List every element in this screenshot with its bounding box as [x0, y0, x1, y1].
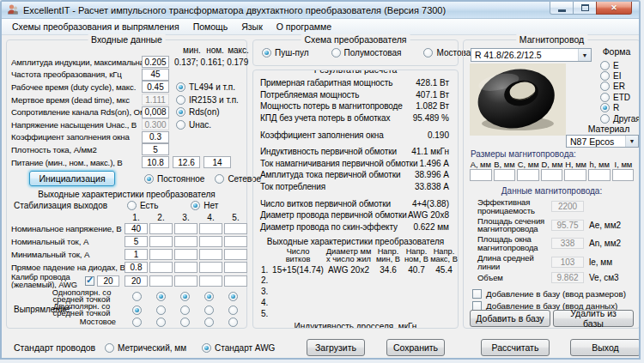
result-value: 407.1 Вт	[416, 90, 449, 100]
size-field[interactable]	[517, 169, 539, 181]
load-button[interactable]: Загрузить	[307, 339, 365, 356]
maximize-button[interactable]	[573, 2, 597, 15]
rectification-radio[interactable]	[228, 306, 238, 315]
rectification-radio[interactable]	[132, 292, 142, 301]
supply-voltage-field[interactable]: 12.6	[173, 156, 200, 168]
output-grid-field[interactable]	[174, 275, 197, 287]
input-field[interactable]: 45	[142, 69, 169, 81]
rectification-radio[interactable]	[156, 306, 166, 315]
output-grid-field[interactable]	[149, 262, 173, 273]
input-field[interactable]: 0.45	[142, 81, 169, 93]
output-grid-field[interactable]	[224, 236, 247, 247]
output-grid-field[interactable]: 1	[125, 249, 148, 260]
calculate-button[interactable]: Рассчитать	[481, 339, 550, 356]
driver-radio[interactable]	[176, 107, 185, 117]
result-value: 38.996 А	[415, 170, 449, 179]
output-grid-field[interactable]	[224, 262, 247, 273]
wire-standard-radio[interactable]	[105, 343, 114, 353]
size-field[interactable]	[612, 169, 635, 181]
desired-gauge-field[interactable]: 20	[97, 275, 119, 287]
rectification-radio[interactable]	[228, 318, 238, 327]
rectification-radio[interactable]	[132, 318, 142, 327]
scheme-radio[interactable]	[331, 48, 341, 57]
driver-radio[interactable]	[176, 95, 185, 105]
output-grid-field[interactable]	[149, 249, 173, 260]
output-grid-field[interactable]	[199, 236, 222, 247]
output-grid-field[interactable]: 5	[125, 236, 148, 247]
rectification-radio[interactable]	[156, 318, 166, 327]
output-grid-field[interactable]	[149, 275, 173, 287]
output-grid-field[interactable]	[199, 262, 222, 273]
rectification-radio[interactable]	[156, 292, 166, 301]
output-grid-field[interactable]	[199, 249, 222, 260]
add-to-base-checkbox[interactable]	[472, 301, 482, 311]
input-field[interactable]: 0.205	[142, 56, 169, 68]
shape-radio[interactable]	[600, 93, 610, 102]
rectification-radio[interactable]	[180, 318, 190, 327]
shape-radio[interactable]	[600, 71, 610, 81]
scheme-radio[interactable]	[262, 48, 271, 57]
shape-radio[interactable]	[600, 114, 610, 124]
init-button[interactable]: Инициализация	[29, 171, 115, 186]
output-grid-field[interactable]	[149, 223, 173, 234]
save-button[interactable]: Сохранить	[386, 339, 445, 356]
output-grid-field[interactable]: 40	[125, 223, 148, 234]
input-field[interactable]: 0.3	[142, 131, 169, 143]
close-button[interactable]: ✕	[596, 2, 632, 15]
output-grid-field[interactable]	[149, 236, 173, 247]
add-to-base-button[interactable]: Добавить в базу	[470, 310, 550, 327]
input-field[interactable]: 5	[142, 143, 169, 155]
exit-button[interactable]: Выход	[570, 339, 641, 356]
shape-radio[interactable]	[600, 82, 610, 91]
driver-radio[interactable]	[176, 120, 185, 130]
output-grid-field[interactable]	[199, 275, 222, 287]
menu-item-2[interactable]: Помощь	[186, 20, 235, 33]
menu-item-4[interactable]: О программе	[270, 20, 338, 33]
add-to-base-checkbox[interactable]	[472, 289, 482, 299]
output-grid-field[interactable]	[174, 249, 197, 260]
rectification-radio[interactable]	[180, 306, 190, 315]
rectification-radio[interactable]	[228, 292, 238, 301]
output-grid-field[interactable]	[174, 236, 197, 247]
delete-from-base-button[interactable]: Удалить из базы	[553, 310, 634, 327]
shape-radio[interactable]	[600, 61, 610, 70]
supply-type-radio[interactable]	[215, 174, 224, 184]
output-grid-field[interactable]: 20	[125, 275, 148, 287]
rectification-radio[interactable]	[180, 292, 190, 301]
rectification-radio[interactable]	[132, 306, 142, 315]
output-grid-field[interactable]	[224, 275, 247, 287]
supply-voltage-field[interactable]: 10.8	[142, 156, 169, 168]
desired-gauge-checkbox[interactable]	[85, 276, 94, 286]
size-field[interactable]	[588, 169, 611, 181]
size-field[interactable]	[470, 169, 492, 181]
size-field[interactable]	[541, 169, 563, 181]
core-select-combobox[interactable]: R 41.8/26.2/12.5 ▼	[471, 48, 592, 62]
input-field[interactable]: 0,008	[142, 106, 169, 118]
output-grid-field[interactable]	[224, 249, 247, 260]
menu-item-3[interactable]: Язык	[234, 20, 270, 33]
driver-radio[interactable]	[176, 82, 185, 92]
menu-item-1[interactable]: Схемы преобразования и выпрямления	[5, 20, 186, 33]
core-size-fields	[470, 169, 634, 181]
scheme-radio[interactable]	[423, 48, 433, 57]
chevron-down-icon[interactable]: ▼	[625, 136, 638, 147]
output-grid-field[interactable]	[199, 223, 222, 234]
minimize-button[interactable]	[550, 2, 574, 15]
chevron-down-icon[interactable]: ▼	[578, 49, 591, 61]
rectification-radio[interactable]	[204, 318, 214, 327]
output-grid-field[interactable]	[224, 223, 247, 234]
output-grid-field[interactable]: 0.8	[125, 262, 148, 273]
supply-type-radio[interactable]	[144, 174, 154, 184]
rectification-radio[interactable]	[204, 306, 214, 315]
stabilization-radio[interactable]	[127, 201, 137, 210]
rectification-radio[interactable]	[204, 292, 214, 301]
size-field[interactable]	[494, 169, 516, 181]
output-grid-field[interactable]	[174, 262, 197, 273]
material-combobox[interactable]: N87 Epcos ▼	[566, 135, 639, 148]
wire-standard-radio[interactable]	[202, 343, 211, 353]
shape-radio[interactable]	[600, 103, 610, 112]
output-grid-field[interactable]	[174, 223, 197, 234]
size-field[interactable]	[564, 169, 586, 181]
stabilization-radio[interactable]	[191, 201, 200, 210]
supply-voltage-field[interactable]: 14	[204, 156, 231, 168]
